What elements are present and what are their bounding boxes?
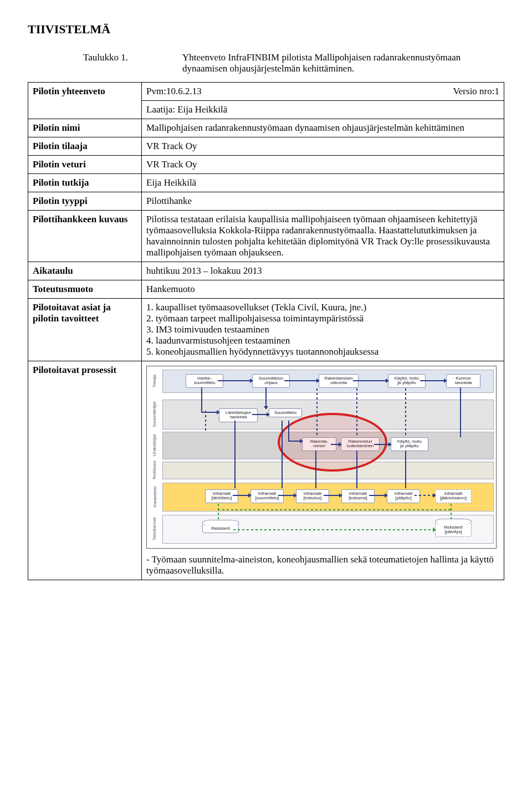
table-caption-row: Taulukko 1. Yhteenveto InfraFINBIM pilot… — [28, 52, 504, 74]
table-caption-text: Yhteenveto InfraFINBIM pilotista Mallipo… — [182, 52, 493, 74]
list-item: 4. laadunvarmistusohjeen testaaminen — [146, 335, 499, 346]
arrow-icon — [233, 529, 434, 530]
lane-label-text: Tilaaja — [152, 374, 157, 387]
arrowhead-icon — [294, 493, 297, 498]
table-row: Pilotin nimi Mallipohjaisen radanrakennu… — [28, 119, 504, 137]
cell-prosessit: Tilaaja Suunnittelijat Urakoitsijat Teol… — [142, 361, 504, 580]
cell-tutkija: Eija Heikkilä — [142, 174, 504, 192]
document-page: TIIVISTELMÄ Taulukko 1. Yhteenveto Infra… — [0, 0, 532, 793]
arrowhead-icon — [339, 442, 342, 447]
box-inframalli-toteutus: Inframalli[toteutus] — [296, 489, 329, 503]
row-label-veturi: Pilotin veturi — [28, 156, 142, 174]
box-kunnon-seuranta: Kunnonseuranta — [446, 374, 480, 388]
box-inframalli-yllapito: Inframalli[ylläpito] — [387, 489, 420, 503]
arrow-icon — [353, 380, 388, 381]
lane-label-suun: Suunnittelijat — [149, 400, 160, 428]
arrow-icon — [218, 504, 219, 521]
lane-label-text: Suunnittelijat — [152, 401, 157, 427]
table-row: Pilotoitavat prosessit Tilaaja Suunnitte — [28, 361, 504, 580]
row-label-tyyppi: Pilotin tyyppi — [28, 192, 142, 211]
lane-label-tilaaja: Tilaaja — [149, 370, 160, 392]
arrow-icon — [288, 441, 301, 442]
page-title: TIIVISTELMÄ — [28, 22, 504, 37]
arrow-icon — [356, 388, 357, 436]
arrow-icon — [460, 387, 461, 437]
versio-value: 1 — [495, 86, 500, 96]
arrow-icon — [205, 411, 206, 433]
cell-veturi: VR Track Oy — [142, 156, 504, 174]
table-row: Pilottihankkeen kuvaus Pilotissa testata… — [28, 211, 504, 262]
row-label-tavoitteet: Pilotoitavat asiat ja pilotin tavoitteet — [28, 299, 142, 361]
table-row: Pilotin veturi VR Track Oy — [28, 156, 504, 174]
table-row: Pilotin yhteenveto Pvm:10.6.2.13 Versio … — [28, 83, 504, 101]
arrowhead-icon — [248, 493, 252, 498]
table-row: Pilotin tutkija Eija Heikkilä — [28, 174, 504, 192]
arrow-icon — [451, 504, 452, 521]
row-label-tutkija: Pilotin tutkija — [28, 174, 142, 192]
box-suunnittelu: Suunnittelu — [269, 408, 302, 417]
cell-tavoitteet: 1. kaupalliset työmaasovellukset (Tekla … — [142, 299, 504, 361]
versio-label: Versio nro: — [453, 86, 494, 96]
arrowhead-icon — [386, 378, 389, 383]
list-item: 5. koneohjausmallien hyödynnettävyys tuo… — [146, 346, 499, 357]
arrowhead-icon — [250, 378, 253, 383]
goals-list: 1. kaupalliset työmaasovellukset (Tekla … — [146, 302, 499, 357]
highlight-circle-icon — [278, 413, 387, 472]
arrow-icon — [288, 421, 289, 441]
row-label-prosessit: Pilotoitavat prosessit — [28, 361, 142, 580]
lane-label-hanke: Hanketieto — [149, 483, 160, 510]
arrowhead-icon — [433, 493, 436, 498]
arrow-icon — [315, 451, 316, 488]
arrow-icon — [234, 421, 236, 488]
box-inframalli-suunnittelu: Inframalli[suunnittelu] — [250, 489, 284, 503]
arrow-icon — [218, 509, 451, 510]
list-item: 3. IM3 toimivuuden testaaminen — [146, 324, 499, 335]
lane-label-urak: Urakoitsijat — [149, 432, 160, 458]
process-diagram: Tilaaja Suunnittelijat Urakoitsijat Teol… — [146, 366, 497, 549]
laatija-label: Laatija: — [146, 104, 175, 115]
arrowhead-icon — [433, 528, 436, 532]
process-note: - Työmaan suunnitelma-aineiston, koneohj… — [146, 554, 499, 576]
arrow-icon — [405, 388, 406, 436]
box-inframalli-toteuma: Inframalli[toteuma] — [341, 489, 375, 503]
cell-tyyppi: Pilottihanke — [142, 192, 504, 211]
box-lahtotietojen-hankinta: Lähtötietojenhankinta — [219, 408, 258, 422]
arrow-icon — [233, 495, 249, 496]
arrowhead-icon — [217, 410, 220, 415]
box-kaytto-yllapito-2: Käyttö, hoitoja ylläpito — [391, 437, 428, 451]
arrow-icon — [284, 380, 319, 381]
arrow-icon — [252, 414, 268, 415]
cell-kuvaus: Pilotissa testataan erilaisia kaupallisi… — [142, 211, 504, 262]
arrow-icon — [282, 421, 283, 488]
row-label-aikataulu: Aikataulu — [28, 262, 142, 280]
arrow-icon — [415, 495, 434, 496]
arrowhead-icon — [385, 493, 388, 498]
row-label-kuvaus: Pilottihankkeen kuvaus — [28, 211, 142, 262]
cell-tilaaja: VR Track Oy — [142, 137, 504, 156]
lane-label-text: Hanketieto — [152, 486, 157, 507]
row-label-tilaaja: Pilotin tilaaja — [28, 137, 142, 156]
lane-label-teoll: Teollisuus — [149, 462, 160, 478]
arrow-icon — [374, 444, 390, 445]
table-row: Aikataulu huhtikuu 2013 – lokakuu 2013 — [28, 262, 504, 280]
arrow-icon — [265, 387, 267, 407]
arrow-icon — [201, 412, 218, 413]
lane-label-text: Urakoitsijat — [152, 434, 157, 456]
row-label-yhteenveto: Pilotin yhteenveto — [28, 83, 142, 119]
arrowhead-icon — [444, 378, 447, 383]
cell-laatija: Laatija: Eija Heikkilä — [142, 101, 504, 119]
laatija-value: Eija Heikkilä — [177, 104, 227, 115]
arrow-icon — [420, 380, 446, 381]
box-inframalli-jaannosarvo: Inframalli[jäännösarvo] — [435, 489, 472, 503]
arrow-icon — [356, 451, 357, 488]
summary-table: Pilotin yhteenveto Pvm:10.6.2.13 Versio … — [28, 82, 504, 580]
arrow-icon — [218, 380, 252, 381]
cell-toteutus: Hankemuoto — [142, 280, 504, 299]
pvm-label: Pvm: — [146, 86, 166, 96]
arrowhead-icon — [300, 439, 303, 443]
lane-label-tieto: Tietokannat — [149, 515, 160, 543]
table-row: Toteutusmuoto Hankemuoto — [28, 280, 504, 299]
db-rekisterit-paivitys: Rekisterit[päivitys] — [435, 521, 472, 537]
db-rekisterit: Rekisterit — [202, 523, 239, 533]
arrowhead-icon — [316, 378, 320, 383]
